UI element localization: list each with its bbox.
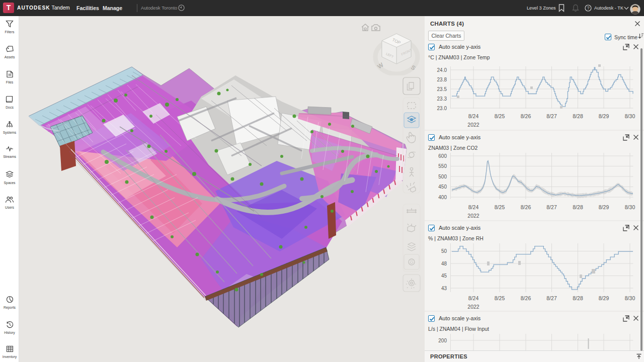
svg-text:2022: 2022 (467, 122, 479, 128)
svg-text:550: 550 (438, 163, 447, 169)
svg-text:600: 600 (438, 153, 447, 159)
svg-text:23.3: 23.3 (437, 96, 447, 102)
svg-text:43: 43 (441, 286, 447, 291)
svg-text:24.0: 24.0 (437, 67, 447, 73)
svg-text:8/27: 8/27 (546, 113, 557, 119)
svg-text:8/30: 8/30 (625, 113, 635, 119)
svg-text:8/24: 8/24 (468, 113, 479, 119)
svg-text:23.0: 23.0 (437, 106, 447, 111)
svg-text:48: 48 (441, 261, 447, 266)
svg-text:8/30: 8/30 (625, 204, 635, 210)
svg-text:8/29: 8/29 (599, 295, 609, 301)
svg-text:50: 50 (441, 248, 447, 254)
svg-text:2022: 2022 (467, 304, 479, 310)
svg-text:8/27: 8/27 (546, 295, 557, 301)
svg-text:8/24: 8/24 (468, 295, 479, 301)
svg-text:8/25: 8/25 (495, 204, 505, 210)
svg-text:8/28: 8/28 (573, 204, 583, 210)
svg-text:8/25: 8/25 (495, 113, 505, 119)
svg-text:500: 500 (438, 174, 447, 179)
svg-text:8/28: 8/28 (573, 113, 583, 119)
svg-text:450: 450 (438, 184, 447, 190)
svg-text:400: 400 (438, 195, 447, 200)
svg-text:?: ? (587, 6, 590, 11)
svg-text:200: 200 (438, 338, 447, 343)
svg-text:8/24: 8/24 (468, 204, 479, 210)
svg-text:8/28: 8/28 (573, 295, 583, 301)
svg-text:8/30: 8/30 (625, 295, 635, 301)
svg-text:8/27: 8/27 (546, 204, 557, 210)
svg-text:2022: 2022 (467, 213, 479, 219)
svg-text:23.5: 23.5 (437, 86, 447, 92)
svg-text:45: 45 (441, 273, 447, 279)
svg-text:8/29: 8/29 (599, 113, 609, 119)
svg-text:8/25: 8/25 (495, 295, 505, 301)
svg-text:23.8: 23.8 (437, 77, 447, 82)
svg-text:8/26: 8/26 (521, 204, 531, 210)
svg-text:8/29: 8/29 (599, 204, 609, 210)
svg-text:8/26: 8/26 (521, 113, 531, 119)
svg-text:8/26: 8/26 (521, 295, 531, 301)
